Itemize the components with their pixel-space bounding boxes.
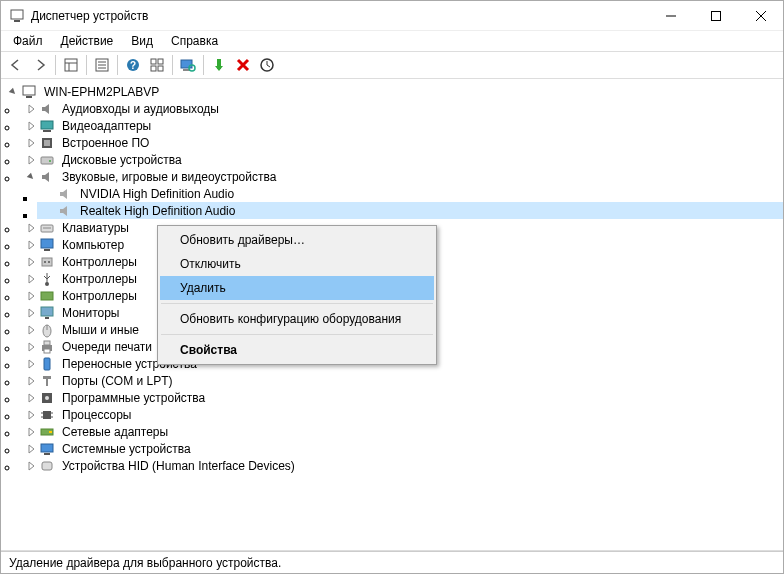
- tree-category-node[interactable]: Сетевые адаптеры: [19, 423, 783, 440]
- tree-device-node[interactable]: NVIDIA High Definition Audio: [37, 185, 783, 202]
- expander-closed-icon[interactable]: [23, 356, 39, 372]
- expander-closed-icon[interactable]: [23, 339, 39, 355]
- menubar: Файл Действие Вид Справка: [1, 31, 783, 51]
- tree-node-label: Системные устройства: [59, 441, 194, 457]
- maximize-button[interactable]: [693, 1, 738, 30]
- svg-rect-36: [42, 258, 52, 266]
- ctx-delete[interactable]: Удалить: [160, 276, 434, 300]
- grid-button[interactable]: [146, 54, 168, 76]
- svg-rect-1: [14, 20, 20, 22]
- scan-hardware-button[interactable]: [177, 54, 199, 76]
- tree-category-node[interactable]: Звуковые, игровые и видеоустройства: [19, 168, 783, 185]
- tree-device-node-selected[interactable]: Realtek High Definition Audio: [37, 202, 783, 219]
- ctx-update-drivers[interactable]: Обновить драйверы…: [160, 228, 434, 252]
- tree-node-label: Порты (COM и LPT): [59, 373, 176, 389]
- tree-category-node[interactable]: Видеоадаптеры: [19, 117, 783, 134]
- svg-rect-52: [43, 411, 51, 419]
- expander-closed-icon[interactable]: [23, 322, 39, 338]
- expander-closed-icon[interactable]: [23, 254, 39, 270]
- tree-category-node[interactable]: Аудиовходы и аудиовыходы: [19, 100, 783, 117]
- window-title: Диспетчер устройств: [31, 9, 648, 23]
- properties-button[interactable]: [91, 54, 113, 76]
- device-tree[interactable]: WIN-EPHM2PLABVP Аудиовходы и аудиовыходы…: [1, 79, 783, 551]
- mouse-icon: [39, 322, 55, 338]
- svg-rect-16: [158, 59, 163, 64]
- svg-text:?: ?: [130, 60, 136, 71]
- software-device-icon: [39, 390, 55, 406]
- enable-button[interactable]: [208, 54, 230, 76]
- tree-category-node[interactable]: Процессоры: [19, 406, 783, 423]
- ctx-scan-hardware[interactable]: Обновить конфигурацию оборудования: [160, 307, 434, 331]
- forward-button[interactable]: [29, 54, 51, 76]
- svg-point-39: [45, 282, 49, 286]
- expander-closed-icon[interactable]: [23, 288, 39, 304]
- svg-rect-3: [711, 11, 720, 20]
- expander-closed-icon[interactable]: [23, 118, 39, 134]
- svg-rect-58: [49, 431, 52, 433]
- expander-closed-icon[interactable]: [23, 424, 39, 440]
- expander-closed-icon[interactable]: [23, 407, 39, 423]
- svg-point-38: [48, 261, 50, 263]
- expander-open-icon[interactable]: [23, 169, 39, 185]
- audio-device-icon: [57, 186, 73, 202]
- uninstall-button[interactable]: [232, 54, 254, 76]
- computer-icon: [21, 84, 37, 100]
- expander-closed-icon[interactable]: [23, 220, 39, 236]
- expander-closed-icon[interactable]: [23, 237, 39, 253]
- expander-closed-icon[interactable]: [23, 441, 39, 457]
- expander-closed-icon[interactable]: [23, 271, 39, 287]
- system-device-icon: [39, 441, 55, 457]
- expander-closed-icon[interactable]: [23, 373, 39, 389]
- menu-help[interactable]: Справка: [163, 32, 226, 50]
- tree-category-node[interactable]: Устройства HID (Human Interface Devices): [19, 457, 783, 474]
- statusbar: Удаление драйвера для выбранного устройс…: [1, 551, 783, 573]
- help-button[interactable]: ?: [122, 54, 144, 76]
- tree-node-label: Контроллеры: [59, 288, 140, 304]
- tree-category-node[interactable]: Встроенное ПО: [19, 134, 783, 151]
- ctx-disable[interactable]: Отключить: [160, 252, 434, 276]
- menu-view[interactable]: Вид: [123, 32, 161, 50]
- context-menu: Обновить драйверы… Отключить Удалить Обн…: [157, 225, 437, 365]
- tree-category-node[interactable]: Порты (COM и LPT): [19, 372, 783, 389]
- close-button[interactable]: [738, 1, 783, 30]
- expander-closed-icon[interactable]: [23, 135, 39, 151]
- tree-node-label: NVIDIA High Definition Audio: [77, 186, 237, 202]
- expander-closed-icon[interactable]: [23, 305, 39, 321]
- toolbar-separator: [172, 55, 173, 75]
- expander-closed-icon[interactable]: [23, 152, 39, 168]
- tree-node-label: Контроллеры: [59, 254, 140, 270]
- svg-rect-60: [44, 453, 50, 455]
- expander-open-icon[interactable]: [5, 84, 21, 100]
- back-button[interactable]: [5, 54, 27, 76]
- show-hide-button[interactable]: [60, 54, 82, 76]
- ctx-properties[interactable]: Свойства: [160, 338, 434, 362]
- svg-rect-30: [41, 157, 53, 164]
- tree-category-node[interactable]: Программные устройства: [19, 389, 783, 406]
- update-driver-button[interactable]: [256, 54, 278, 76]
- storage-controller-icon: [39, 288, 55, 304]
- expander-closed-icon[interactable]: [23, 390, 39, 406]
- portable-device-icon: [39, 356, 55, 372]
- svg-rect-6: [65, 59, 77, 71]
- toolbar: ?: [1, 51, 783, 79]
- svg-rect-19: [181, 60, 192, 68]
- svg-point-31: [49, 160, 51, 162]
- expander-closed-icon[interactable]: [23, 458, 39, 474]
- tree-node-label: Процессоры: [59, 407, 135, 423]
- network-adapter-icon: [39, 424, 55, 440]
- tree-node-label: Realtek High Definition Audio: [77, 203, 238, 219]
- svg-rect-46: [44, 341, 50, 345]
- statusbar-text: Удаление драйвера для выбранного устройс…: [9, 556, 281, 570]
- toolbar-separator: [117, 55, 118, 75]
- tree-root-node[interactable]: WIN-EPHM2PLABVP: [1, 83, 783, 100]
- minimize-button[interactable]: [648, 1, 693, 30]
- tree-node-label: Клавиатуры: [59, 220, 132, 236]
- tree-node-label: Очереди печати: [59, 339, 155, 355]
- expander-closed-icon[interactable]: [23, 101, 39, 117]
- svg-rect-42: [45, 317, 49, 319]
- tree-category-node[interactable]: Дисковые устройства: [19, 151, 783, 168]
- printer-icon: [39, 339, 55, 355]
- menu-file[interactable]: Файл: [5, 32, 51, 50]
- menu-action[interactable]: Действие: [53, 32, 122, 50]
- tree-category-node[interactable]: Системные устройства: [19, 440, 783, 457]
